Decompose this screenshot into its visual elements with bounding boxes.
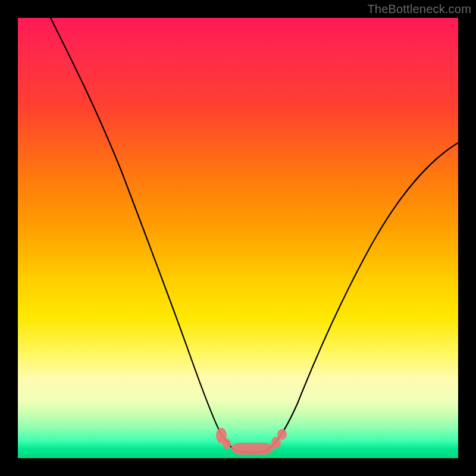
valley-highlight	[216, 428, 287, 455]
curve-layer	[18, 18, 458, 458]
valley-floor-band	[231, 443, 274, 455]
chart-frame: TheBottleneck.com	[0, 0, 476, 476]
bottleneck-curve	[51, 18, 458, 453]
plot-area	[18, 18, 458, 458]
watermark-text: TheBottleneck.com	[367, 2, 471, 16]
valley-dot-left2	[223, 439, 231, 449]
